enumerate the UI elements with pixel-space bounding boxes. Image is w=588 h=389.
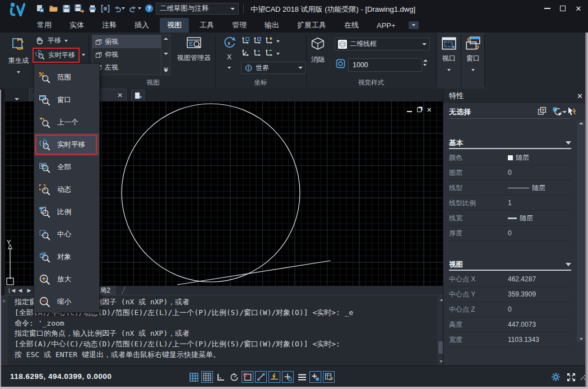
ucs-button[interactable]: x X — [220, 35, 239, 71]
command-close-icon[interactable]: × — [0, 298, 8, 304]
style-scale-spinner[interactable] — [423, 59, 428, 66]
prop-row-linetype[interactable]: 线型 随层 — [449, 180, 571, 196]
next-layout-icon[interactable]: ▶ — [25, 286, 34, 294]
ucs-more-dropdown-icon[interactable] — [276, 48, 283, 59]
scroll-down-icon[interactable] — [580, 338, 583, 340]
visual-style-selector[interactable]: 二维线框 — [335, 38, 430, 50]
zoom-all-item[interactable]: 全部 — [34, 156, 99, 178]
prop-row-linetype-scale[interactable]: 线型比例 1 — [449, 196, 571, 211]
tab-online[interactable]: 在线 — [337, 18, 366, 33]
zoom-dynamic-item[interactable]: 动态 — [34, 178, 99, 201]
grid-display-icon[interactable] — [188, 371, 200, 383]
view-top[interactable]: 俯视 — [92, 35, 161, 48]
object-track-icon[interactable] — [268, 371, 280, 383]
ucs-selector[interactable]: 世界 — [241, 62, 306, 74]
gallery-scroll-up-icon[interactable] — [164, 38, 168, 40]
doc-close-icon[interactable]: ✕ — [427, 107, 432, 113]
tab-home[interactable]: 常用 — [30, 18, 59, 33]
doc-restore-icon[interactable] — [417, 107, 422, 113]
ucs-face-icon[interactable] — [253, 35, 264, 47]
ortho-mode-icon[interactable] — [215, 371, 226, 383]
viewport-button[interactable]: 视口 — [438, 36, 460, 73]
zoom-realtime-pan-item[interactable]: 实时平移 — [34, 133, 99, 156]
tab-close-icon[interactable]: ✕ — [117, 91, 123, 99]
quick-select-icon[interactable] — [552, 106, 562, 119]
help-icon[interactable]: ? — [143, 3, 155, 14]
ucs-named-icon[interactable] — [265, 35, 276, 47]
fullscreen-icon[interactable] — [565, 371, 577, 383]
zoom-extents-item[interactable]: 范围 — [34, 66, 99, 89]
view-left[interactable]: 左视 — [92, 61, 161, 74]
print-icon[interactable] — [87, 3, 98, 14]
zoom-in-item[interactable]: 放大 — [34, 268, 99, 290]
save-as-icon[interactable] — [73, 3, 85, 14]
style-scale-input[interactable] — [348, 58, 422, 72]
snap-mode-icon[interactable] — [201, 371, 213, 383]
tab-output[interactable]: 输出 — [257, 18, 286, 33]
ucs-origin-icon[interactable] — [241, 35, 252, 47]
tab-solid[interactable]: 实体 — [62, 18, 91, 33]
ucs-z-axis-icon[interactable] — [241, 48, 252, 59]
section-basic[interactable]: 基本 — [449, 138, 571, 149]
gallery-expand-icon[interactable] — [164, 68, 168, 72]
zoom-center-item[interactable]: 中心 — [34, 223, 99, 246]
selection-cycling-icon[interactable] — [309, 371, 321, 383]
prop-row-color[interactable]: 颜色 随层 — [449, 150, 571, 165]
scroll-up-icon[interactable] — [579, 122, 584, 124]
workspace-selector[interactable]: 二维草图与注释 — [156, 3, 239, 15]
prev-layout-icon[interactable]: ◀ — [16, 286, 25, 294]
first-layout-icon[interactable]: ❘◀ — [7, 286, 16, 294]
realtime-pan-dropdown-icon[interactable] — [82, 54, 85, 56]
status-menu-icon[interactable] — [296, 371, 308, 383]
close-button[interactable]: ✕ — [571, 3, 586, 13]
gallery-scroll-down-icon[interactable] — [164, 53, 168, 55]
window-button[interactable]: 窗口 — [462, 36, 484, 73]
properties-close-icon[interactable]: ✕ — [577, 92, 583, 100]
toggle-pickadd-icon[interactable] — [538, 106, 547, 118]
polar-tracking-icon[interactable] — [228, 371, 240, 383]
ucs-previous-icon[interactable] — [265, 48, 276, 59]
prop-row-center-y[interactable]: 中心点 Y 359.3909 — [449, 287, 571, 302]
maximize-button[interactable] — [555, 3, 570, 13]
zoom-scale-item[interactable]: 100 比例 — [34, 201, 99, 223]
tab-insert[interactable]: 插入 — [127, 18, 156, 33]
prop-row-thickness[interactable]: 厚度 0 — [449, 226, 571, 241]
tab-manage[interactable]: 管理 — [225, 18, 254, 33]
print-preview-icon[interactable] — [100, 3, 111, 14]
dynamic-input-icon[interactable] — [282, 371, 294, 383]
pan-button[interactable]: 平移 — [35, 36, 68, 45]
tab-view[interactable]: 视图 — [160, 18, 189, 33]
ribbon-collapse-icon[interactable] — [409, 21, 419, 29]
tab-tools[interactable]: 工具 — [192, 18, 221, 33]
undo-dropdown-icon[interactable] — [121, 3, 126, 14]
new-tab-button[interactable] — [131, 90, 145, 101]
select-objects-icon[interactable] — [567, 106, 577, 119]
regen-button[interactable]: 重生成 — [4, 36, 33, 76]
view-bottom[interactable]: 仰视 — [92, 48, 161, 61]
zoom-window-item[interactable]: 窗口 — [34, 89, 99, 111]
object-snap-icon[interactable] — [242, 371, 253, 383]
ucs-3point-icon[interactable] — [253, 48, 264, 59]
zoom-object-item[interactable]: 对象 — [34, 246, 99, 268]
prop-row-lineweight[interactable]: 线宽 随层 — [449, 211, 571, 226]
minimize-button[interactable] — [540, 3, 554, 13]
view-manager-button[interactable]: 视图管理器 — [173, 35, 215, 63]
tab-annotate[interactable]: 注释 — [95, 18, 124, 33]
realtime-pan-split-button[interactable]: 实时平移 — [35, 50, 85, 60]
hide-button[interactable]: 消隐 — [308, 36, 327, 64]
prop-row-layer[interactable]: 图层 0 — [449, 165, 571, 180]
save-icon[interactable] — [61, 3, 72, 14]
tab-express-tools[interactable]: 扩展工具 — [290, 18, 334, 33]
tab-app-plus[interactable]: APP+ — [369, 19, 403, 32]
prop-row-center-z[interactable]: 中心点 Z 0 — [449, 302, 571, 317]
annotation-scale-icon[interactable] — [323, 371, 335, 383]
settings-gear-icon[interactable] — [550, 371, 562, 383]
line-snap-icon[interactable] — [255, 371, 267, 383]
redo-dropdown-icon[interactable] — [137, 3, 142, 14]
prop-row-height[interactable]: 高度 447.0073 — [449, 317, 571, 332]
prop-row-width[interactable]: 宽度 1103.1343 — [449, 332, 571, 348]
ucs-named-dropdown-icon[interactable] — [276, 35, 283, 47]
prop-row-center-x[interactable]: 中心点 X 462.4287 — [449, 272, 571, 287]
section-view[interactable]: 视图 — [449, 260, 571, 271]
open-file-icon[interactable] — [48, 3, 59, 14]
